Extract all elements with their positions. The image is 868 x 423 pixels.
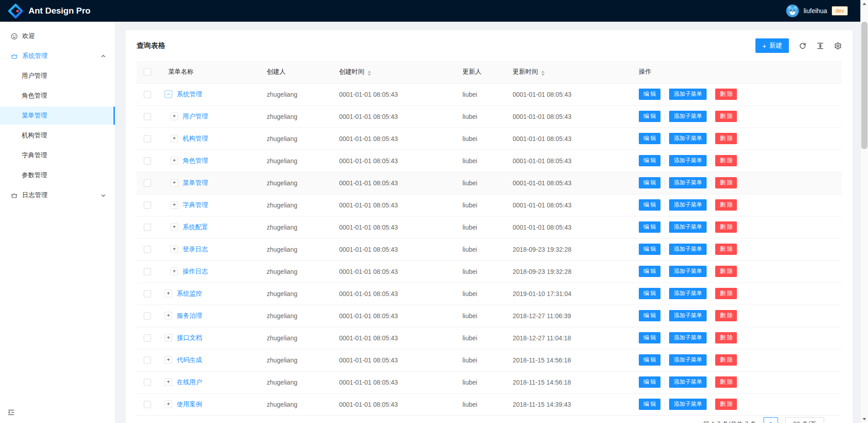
row-checkbox[interactable] bbox=[144, 334, 151, 342]
add-submenu-button[interactable]: 添加子菜单 bbox=[669, 310, 707, 321]
expand-row-icon[interactable]: + bbox=[165, 400, 172, 408]
edit-button[interactable]: 编 辑 bbox=[639, 399, 660, 410]
page-size-select[interactable]: 20 条/页 bbox=[785, 417, 824, 423]
edit-button[interactable]: 编 辑 bbox=[639, 310, 660, 321]
delete-button[interactable]: 删 除 bbox=[715, 221, 737, 233]
delete-button[interactable]: 删 除 bbox=[715, 310, 737, 321]
sidebar-item-1[interactable]: 欢迎 bbox=[0, 27, 115, 45]
delete-button[interactable]: 删 除 bbox=[715, 399, 737, 410]
add-submenu-button[interactable]: 添加子菜单 bbox=[669, 89, 707, 100]
row-checkbox[interactable] bbox=[144, 113, 151, 120]
edit-button[interactable]: 编 辑 bbox=[639, 354, 660, 366]
edit-button[interactable]: 编 辑 bbox=[639, 111, 660, 122]
expand-row-icon[interactable]: + bbox=[165, 334, 172, 342]
sidebar-item-9[interactable]: 日志管理 bbox=[0, 186, 115, 204]
delete-button[interactable]: 删 除 bbox=[715, 199, 737, 211]
expand-row-icon[interactable]: + bbox=[170, 113, 178, 120]
menu-name-link[interactable]: 系统配置 bbox=[183, 223, 208, 231]
row-checkbox[interactable] bbox=[144, 91, 151, 98]
menu-name-link[interactable]: 登录日志 bbox=[183, 245, 208, 254]
row-checkbox[interactable] bbox=[144, 157, 151, 164]
edit-button[interactable]: 编 辑 bbox=[639, 221, 660, 233]
add-submenu-button[interactable]: 添加子菜单 bbox=[669, 332, 707, 343]
row-checkbox[interactable] bbox=[144, 312, 151, 320]
expand-row-icon[interactable]: + bbox=[170, 245, 178, 253]
expand-row-icon[interactable]: + bbox=[165, 378, 172, 386]
menu-name-link[interactable]: 代码生成 bbox=[177, 356, 202, 364]
scroll-down-arrow-icon[interactable] bbox=[861, 415, 868, 423]
add-submenu-button[interactable]: 添加子菜单 bbox=[669, 266, 707, 277]
sorter-icon[interactable] bbox=[541, 70, 545, 76]
row-checkbox[interactable] bbox=[144, 379, 151, 386]
add-submenu-button[interactable]: 添加子菜单 bbox=[669, 354, 707, 366]
delete-button[interactable]: 删 除 bbox=[715, 111, 737, 122]
brand[interactable]: Ant Design Pro bbox=[8, 4, 90, 19]
settings-gear-icon[interactable] bbox=[834, 42, 842, 50]
select-all-checkbox[interactable] bbox=[144, 68, 151, 75]
sorter-icon[interactable] bbox=[368, 70, 371, 76]
row-checkbox[interactable] bbox=[144, 246, 151, 253]
menu-name-link[interactable]: 机构管理 bbox=[183, 135, 208, 143]
delete-button[interactable]: 删 除 bbox=[715, 155, 737, 166]
sidebar-item-5[interactable]: 菜单管理 bbox=[0, 107, 115, 125]
menu-name-link[interactable]: 系统监控 bbox=[177, 290, 202, 298]
row-checkbox[interactable] bbox=[144, 179, 151, 187]
delete-button[interactable]: 删 除 bbox=[715, 244, 737, 255]
edit-button[interactable]: 编 辑 bbox=[639, 376, 660, 388]
delete-button[interactable]: 删 除 bbox=[715, 376, 737, 388]
edit-button[interactable]: 编 辑 bbox=[639, 288, 660, 299]
user-block[interactable]: liufeihua dev bbox=[786, 5, 848, 17]
sidebar-item-7[interactable]: 字典管理 bbox=[0, 146, 115, 164]
add-submenu-button[interactable]: 添加子菜单 bbox=[669, 177, 707, 188]
expand-row-icon[interactable]: + bbox=[165, 312, 172, 320]
add-submenu-button[interactable]: 添加子菜单 bbox=[669, 244, 707, 255]
edit-button[interactable]: 编 辑 bbox=[639, 177, 660, 188]
add-submenu-button[interactable]: 添加子菜单 bbox=[669, 288, 707, 299]
edit-button[interactable]: 编 辑 bbox=[639, 266, 660, 277]
expand-row-icon[interactable]: + bbox=[170, 135, 178, 142]
menu-name-link[interactable]: 字典管理 bbox=[183, 201, 208, 209]
collapse-row-icon[interactable]: − bbox=[165, 90, 172, 98]
expand-row-icon[interactable]: + bbox=[170, 268, 178, 275]
delete-button[interactable]: 删 除 bbox=[715, 89, 737, 100]
menu-name-link[interactable]: 服务治理 bbox=[177, 312, 202, 320]
expand-row-icon[interactable]: + bbox=[170, 223, 178, 231]
menu-name-link[interactable]: 接口文档 bbox=[177, 334, 202, 342]
add-submenu-button[interactable]: 添加子菜单 bbox=[669, 221, 707, 233]
scroll-up-arrow-icon[interactable] bbox=[861, 0, 868, 8]
reload-icon[interactable] bbox=[799, 42, 807, 50]
new-button[interactable]: + 新建 bbox=[755, 38, 789, 53]
row-checkbox[interactable] bbox=[144, 401, 151, 408]
menu-name-link[interactable]: 用户管理 bbox=[183, 113, 208, 121]
menu-name-link[interactable]: 使用案例 bbox=[177, 400, 202, 409]
menu-name-link[interactable]: 操作日志 bbox=[183, 268, 208, 276]
menu-name-link[interactable]: 在线用户 bbox=[177, 378, 202, 386]
add-submenu-button[interactable]: 添加子菜单 bbox=[669, 133, 707, 144]
expand-row-icon[interactable]: + bbox=[170, 179, 178, 187]
edit-button[interactable]: 编 辑 bbox=[639, 199, 660, 211]
row-checkbox[interactable] bbox=[144, 357, 151, 364]
sidebar-item-6[interactable]: 机构管理 bbox=[0, 127, 115, 145]
edit-button[interactable]: 编 辑 bbox=[639, 155, 660, 166]
row-checkbox[interactable] bbox=[144, 135, 151, 142]
expand-row-icon[interactable]: + bbox=[170, 157, 178, 164]
row-checkbox[interactable] bbox=[144, 202, 151, 209]
edit-button[interactable]: 编 辑 bbox=[639, 133, 660, 144]
add-submenu-button[interactable]: 添加子菜单 bbox=[669, 376, 707, 388]
pagination-page-1[interactable]: 1 bbox=[764, 417, 778, 423]
sidebar-item-2[interactable]: 系统管理 bbox=[0, 47, 115, 65]
menu-name-link[interactable]: 菜单管理 bbox=[183, 179, 208, 187]
delete-button[interactable]: 删 除 bbox=[715, 354, 737, 366]
add-submenu-button[interactable]: 添加子菜单 bbox=[669, 199, 707, 211]
row-checkbox[interactable] bbox=[144, 268, 151, 275]
delete-button[interactable]: 删 除 bbox=[715, 266, 737, 277]
row-checkbox[interactable] bbox=[144, 290, 151, 297]
vertical-scrollbar[interactable] bbox=[860, 0, 868, 423]
edit-button[interactable]: 编 辑 bbox=[639, 89, 660, 100]
column-header-6[interactable]: 更新时间 bbox=[509, 61, 635, 83]
column-header-4[interactable]: 创建时间 bbox=[335, 61, 459, 83]
expand-row-icon[interactable]: + bbox=[165, 290, 172, 297]
menu-name-link[interactable]: 角色管理 bbox=[183, 157, 208, 165]
delete-button[interactable]: 删 除 bbox=[715, 332, 737, 343]
expand-row-icon[interactable]: + bbox=[170, 201, 178, 209]
